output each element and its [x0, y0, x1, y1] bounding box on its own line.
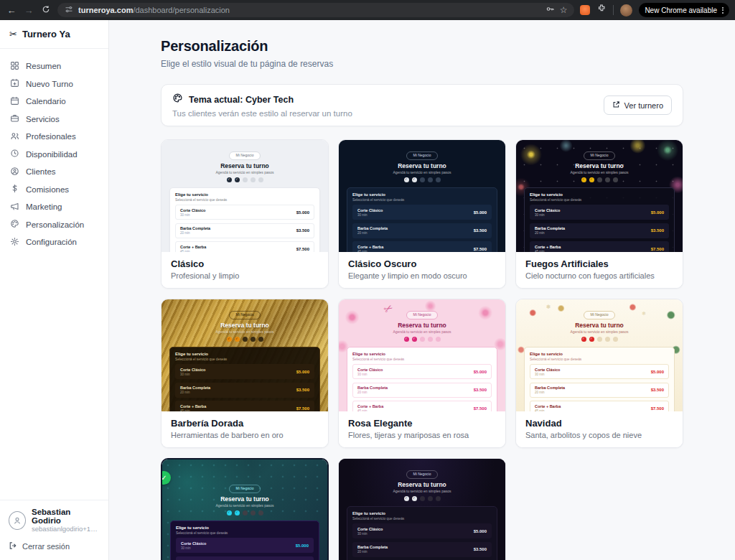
- service-row: Barba Completa20 min $3.500: [175, 383, 314, 398]
- address-bar[interactable]: turneroya.com/dashboard/personalizacion …: [57, 3, 574, 17]
- sidebar-item[interactable]: Nuevo Turno: [6, 75, 103, 93]
- service-row: Corte + Barba45 min $7.500: [530, 241, 669, 252]
- site-settings-icon[interactable]: [65, 4, 73, 17]
- preview-subtitle: Agendá tu servicio en simples pasos: [339, 170, 505, 174]
- theme-card[interactable]: ✓ Mi Negocio Reserva tu turno Agendá tu …: [338, 299, 506, 448]
- back-icon[interactable]: ←: [6, 5, 17, 16]
- briefcase-icon: [10, 113, 19, 124]
- panel-subtitle: Seleccioná el servicio que deseás: [352, 198, 492, 202]
- panel-subtitle: Seleccioná el servicio que deseás: [352, 358, 492, 361]
- preview-title: Reserva tu turno: [339, 481, 505, 488]
- url-text: turneroya.com/dashboard/personalizacion: [78, 6, 540, 14]
- grid-icon: [10, 61, 19, 72]
- preview-subtitle: Agendá tu servicio en simples pasos: [339, 489, 505, 493]
- page-subtitle: Elige el estilo visual de tu página de r…: [161, 59, 683, 69]
- panel-subtitle: Seleccioná el servicio que deseás: [530, 358, 669, 361]
- user-email: sebastianlgodirio+10@g...: [32, 525, 100, 533]
- preview-subtitle: Agendá tu servicio en simples pasos: [161, 330, 328, 334]
- toolbar-divider: [613, 5, 614, 15]
- sidebar-item[interactable]: Calendario: [6, 93, 103, 111]
- service-panel: Elige tu servicio Seleccioná el servicio…: [170, 521, 319, 560]
- brand: ✂ Turnero Ya: [0, 20, 108, 49]
- theme-label: Navidad Santa, arbolitos y copos de niev…: [516, 411, 683, 447]
- gear-icon: [10, 237, 19, 248]
- theme-preview: ✓ Mi Negocio Reserva tu turno Agendá tu …: [516, 140, 683, 252]
- theme-subtitle: Profesional y limpio: [171, 271, 319, 280]
- sidebar-item[interactable]: Disponibilidad: [6, 146, 103, 164]
- calendar-icon: [10, 96, 19, 107]
- theme-preview: ✓ Mi Negocio Reserva tu turno Agendá tu …: [339, 299, 505, 411]
- theme-title: Clásico: [171, 258, 319, 269]
- business-badge: Mi Negocio: [229, 311, 260, 320]
- service-row: Corte + Barba45 min $7.500: [352, 401, 492, 411]
- forward-icon[interactable]: →: [23, 5, 34, 16]
- service-panel: Elige tu servicio Seleccioná el servicio…: [347, 187, 497, 252]
- theme-card[interactable]: ✓ Mi Negocio Reserva tu turno Agendá tu …: [338, 458, 506, 560]
- panel-title: Elige tu servicio: [175, 352, 314, 356]
- step-dots: [162, 510, 327, 515]
- extensions-puzzle-icon[interactable]: [596, 4, 607, 17]
- theme-label: Rosa Elegante Flores, tijeras y mariposa…: [339, 411, 505, 447]
- user-profile[interactable]: Sebastian Godirio sebastianlgodirio+10@g…: [9, 508, 100, 533]
- service-row: Barba Completa20 min $3.500: [530, 223, 669, 238]
- sidebar-item[interactable]: Configuración: [6, 233, 103, 251]
- panel-title: Elige tu servicio: [530, 352, 669, 356]
- view-booking-page-button[interactable]: Ver turnero: [604, 95, 672, 115]
- service-row: Corte Clásico30 min $5.000: [530, 205, 669, 220]
- bookmark-star-icon[interactable]: ☆: [560, 5, 568, 15]
- sidebar-item[interactable]: Comisiones: [6, 181, 103, 199]
- preview-title: Reserva tu turno: [162, 495, 327, 503]
- brand-name: Turnero Ya: [22, 29, 70, 39]
- extension-icon[interactable]: [580, 5, 590, 15]
- service-panel: Elige tu servicio Seleccioná el servicio…: [347, 347, 497, 411]
- theme-card[interactable]: ✓ Mi Negocio Reserva tu turno Agendá tu …: [515, 299, 683, 448]
- service-row: Corte Clásico30 min $5.000: [352, 523, 492, 538]
- sidebar-item[interactable]: Clientes: [6, 163, 103, 181]
- theme-title: Navidad: [525, 418, 673, 429]
- panel-title: Elige tu servicio: [352, 352, 492, 356]
- theme-subtitle: Cielo nocturno con fuegos artificiales: [525, 271, 673, 280]
- theme-subtitle: Flores, tijeras y mariposas en rosa: [348, 431, 496, 439]
- theme-label: Fuegos Artificiales Cielo nocturno con f…: [516, 252, 683, 288]
- preview-title: Reserva tu turno: [339, 322, 505, 329]
- theme-card[interactable]: ✓ Mi Negocio Reserva tu turno Agendá tu …: [161, 139, 329, 289]
- preview-subtitle: Agendá tu servicio en simples pasos: [161, 170, 328, 174]
- step-dots: [339, 337, 505, 342]
- sidebar-item[interactable]: Personalización: [6, 216, 103, 234]
- preview-title: Reserva tu turno: [516, 162, 683, 169]
- profile-avatar[interactable]: [620, 4, 632, 17]
- sidebar-item[interactable]: Resumen: [6, 57, 103, 75]
- step-dots: [339, 496, 505, 501]
- theme-subtitle: Elegante y limpio en modo oscuro: [348, 271, 496, 280]
- theme-preview: ✓ Mi Negocio Reserva tu turno Agendá tu …: [161, 299, 328, 411]
- logout-button[interactable]: Cerrar sesión: [9, 541, 100, 551]
- panel-title: Elige tu servicio: [175, 192, 314, 197]
- theme-card[interactable]: ✓ Mi Negocio Reserva tu turno Agendá tu …: [161, 299, 329, 448]
- theme-card[interactable]: ✓ Mi Negocio Reserva tu turno Agendá tu …: [515, 139, 683, 289]
- sidebar-item[interactable]: Profesionales: [6, 128, 103, 146]
- service-row: Barba Completa20 min $3.500: [352, 542, 492, 557]
- theme-card[interactable]: ✓ Mi Negocio Reserva tu turno Agendá tu …: [338, 139, 506, 289]
- password-key-icon[interactable]: [546, 4, 555, 17]
- sidebar-item-label: Servicios: [26, 115, 60, 123]
- sidebar-item[interactable]: Marketing: [6, 198, 103, 216]
- dollar-icon: [10, 184, 19, 195]
- service-panel: Elige tu servicio Seleccioná el servicio…: [347, 506, 497, 560]
- panel-subtitle: Seleccioná el servicio que deseás: [352, 517, 492, 521]
- sidebar-item[interactable]: Servicios: [6, 111, 103, 129]
- service-row: Corte Clásico30 min $5.000: [352, 205, 492, 220]
- service-panel: Elige tu servicio Seleccioná el servicio…: [524, 347, 675, 411]
- sidebar-item-label: Marketing: [26, 202, 62, 211]
- service-row: Corte + Barba45 min $7.500: [175, 241, 314, 252]
- chrome-update-button[interactable]: New Chrome available: [639, 3, 729, 17]
- main-content: Personalización Elige el estilo visual d…: [109, 20, 735, 560]
- palette-icon: [10, 219, 19, 230]
- reload-icon[interactable]: [40, 5, 52, 16]
- theme-grid: ✓ Mi Negocio Reserva tu turno Agendá tu …: [161, 139, 683, 560]
- theme-subtitle: Santa, arbolitos y copos de nieve: [525, 431, 673, 439]
- theme-card[interactable]: ✓ Mi Negocio Reserva tu turno Agendá tu …: [161, 458, 329, 560]
- preview-title: Reserva tu turno: [161, 322, 328, 329]
- browser-menu-icon[interactable]: [722, 7, 724, 14]
- banner-title: Tema actual: Cyber Tech: [189, 95, 294, 105]
- preview-subtitle: Agendá tu servicio en simples pasos: [339, 330, 505, 334]
